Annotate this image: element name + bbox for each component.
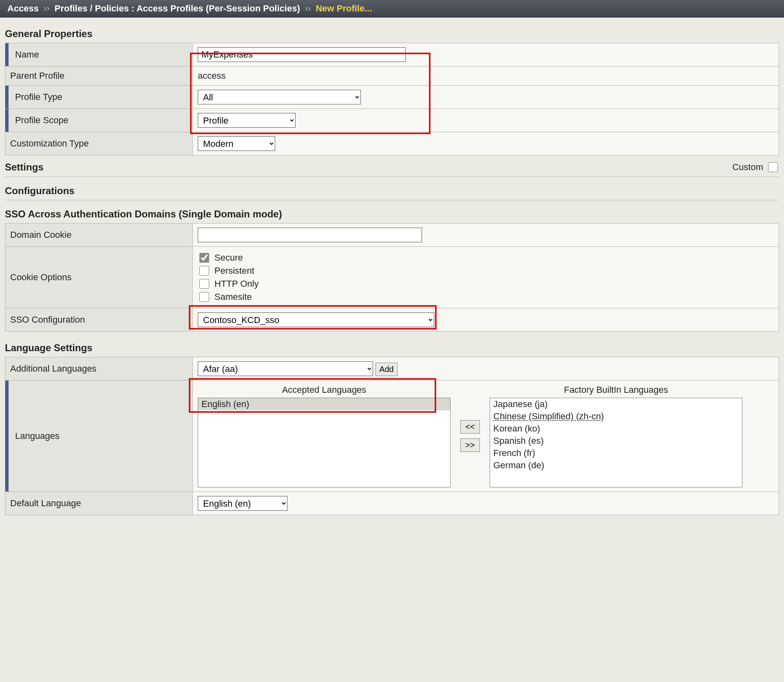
list-item[interactable]: Korean (ko): [490, 423, 742, 435]
label-languages: Languages: [5, 381, 193, 492]
cookie-persistent-label: Persistent: [214, 266, 254, 276]
cookie-samesite-label: Samesite: [214, 292, 252, 302]
label-domain-cookie: Domain Cookie: [5, 224, 193, 247]
accepted-languages-header: Accepted Languages: [282, 385, 367, 395]
custom-checkbox[interactable]: [768, 162, 778, 172]
section-settings: Settings: [5, 162, 44, 173]
breadcrumb-sep: ››: [44, 3, 50, 14]
list-item[interactable]: English (en): [198, 398, 450, 410]
factory-languages-header: Factory BuiltIn Languages: [564, 385, 668, 395]
profile-type-select[interactable]: All: [198, 90, 361, 104]
section-sso-domains: SSO Across Authentication Domains (Singl…: [5, 208, 779, 220]
value-name-cell: [193, 43, 779, 66]
additional-languages-select[interactable]: Afar (aa): [198, 361, 373, 376]
label-default-language: Default Language: [5, 492, 193, 515]
label-profile-type: Profile Type: [5, 86, 193, 109]
move-left-button[interactable]: <<: [460, 420, 480, 434]
breadcrumb-sep: ››: [305, 3, 311, 14]
list-item[interactable]: Japanese (ja): [490, 398, 742, 410]
language-settings-table: Additional Languages Afar (aa) Add Langu…: [5, 357, 779, 515]
default-language-select[interactable]: English (en): [198, 496, 287, 511]
custom-label: Custom: [732, 162, 763, 173]
label-parent-profile: Parent Profile: [5, 66, 193, 86]
label-name: Name: [5, 43, 193, 66]
list-item[interactable]: Spanish (es): [490, 435, 742, 447]
label-customization-type: Customization Type: [5, 132, 193, 155]
domain-cookie-input[interactable]: [198, 228, 422, 242]
section-general-properties: General Properties: [5, 28, 779, 40]
move-right-button[interactable]: >>: [460, 438, 480, 452]
label-cookie-options: Cookie Options: [5, 247, 193, 308]
section-configurations: Configurations: [5, 185, 779, 197]
list-item[interactable]: German (de): [490, 459, 742, 472]
list-item[interactable]: French (fr): [490, 447, 742, 459]
name-input[interactable]: [198, 47, 406, 62]
profile-scope-select[interactable]: Profile: [198, 113, 296, 128]
factory-languages-listbox[interactable]: Japanese (ja)Chinese (Simplified) (zh-cn…: [490, 398, 742, 487]
cookie-httponly-label: HTTP Only: [214, 279, 258, 289]
list-item[interactable]: Chinese (Simplified) (zh-cn): [490, 410, 742, 423]
cookie-persistent-option[interactable]: Persistent: [198, 265, 774, 277]
general-properties-table: Name Parent Profile access Profile Type …: [5, 43, 779, 155]
cookie-samesite-checkbox[interactable]: [199, 292, 209, 302]
value-parent-profile: access: [193, 66, 779, 86]
sso-config-select[interactable]: Contoso_KCD_sso: [198, 312, 434, 327]
breadcrumb-part-profiles[interactable]: Profiles / Policies : Access Profiles (P…: [55, 3, 300, 14]
cookie-secure-checkbox[interactable]: [199, 253, 209, 263]
cookie-httponly-checkbox[interactable]: [199, 279, 209, 289]
cookie-secure-option[interactable]: Secure: [198, 252, 774, 264]
breadcrumb-current: New Profile...: [316, 3, 372, 14]
section-language-settings: Language Settings: [5, 342, 779, 354]
label-sso-config: SSO Configuration: [5, 308, 193, 332]
label-additional-languages: Additional Languages: [5, 357, 193, 381]
sso-domains-table: Domain Cookie Cookie Options Secure Pers…: [5, 223, 779, 332]
add-language-button[interactable]: Add: [375, 363, 398, 376]
cookie-httponly-option[interactable]: HTTP Only: [198, 278, 774, 290]
breadcrumb-part-access[interactable]: Access: [7, 3, 39, 14]
customization-type-select[interactable]: Modern: [198, 136, 275, 151]
cookie-persistent-checkbox[interactable]: [199, 266, 209, 276]
breadcrumb: Access ›› Profiles / Policies : Access P…: [0, 0, 784, 18]
label-profile-scope: Profile Scope: [5, 109, 193, 132]
cookie-samesite-option[interactable]: Samesite: [198, 291, 774, 303]
accepted-languages-listbox[interactable]: English (en): [198, 398, 451, 487]
cookie-secure-label: Secure: [214, 252, 243, 263]
